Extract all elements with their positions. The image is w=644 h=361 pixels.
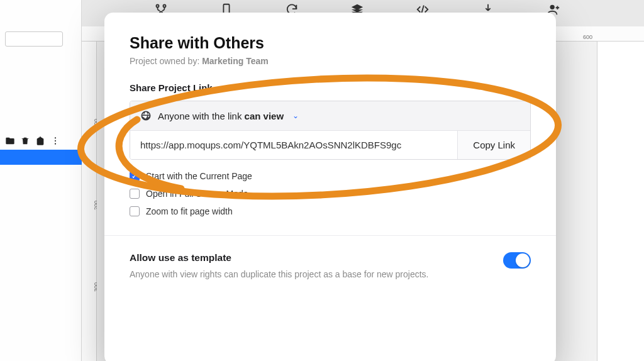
sidebar-field[interactable] (5, 31, 63, 47)
owner-prefix: Project owned by: (130, 56, 202, 66)
opt-zoom-fit[interactable]: Zoom to fit page width (130, 206, 531, 216)
divider (104, 235, 556, 236)
url-row: Copy Link (130, 131, 530, 159)
svg-point-4 (163, 4, 165, 7)
svg-point-2 (55, 143, 56, 145)
more-icon[interactable] (50, 136, 60, 148)
folder-icon[interactable] (5, 136, 15, 148)
left-sidebar (0, 0, 82, 361)
ruler-left: 100 200 300 (82, 42, 97, 361)
sidebar-selected-item[interactable] (0, 150, 82, 165)
opt-fullscreen[interactable]: Open in Full Screen Mode (130, 189, 531, 199)
link-box: Anyone with the link can view ⌄ Copy Lin… (130, 101, 531, 160)
paste-icon[interactable] (35, 136, 45, 148)
svg-point-7 (550, 5, 555, 9)
trash-icon[interactable] (20, 136, 30, 148)
checkbox-icon (130, 189, 140, 199)
access-dropdown[interactable]: Anyone with the link can view ⌄ (130, 101, 530, 131)
owner-line: Project owned by: Marketing Team (130, 56, 531, 66)
share-modal: Share with Others Project owned by: Mark… (104, 13, 556, 361)
template-toggle[interactable] (503, 252, 531, 269)
svg-point-1 (55, 140, 56, 142)
template-section: Allow use as template Anyone with view r… (130, 252, 531, 281)
svg-point-3 (156, 4, 158, 7)
opt-label: Open in Full Screen Mode (146, 189, 248, 199)
opt-label: Zoom to fit page width (146, 206, 233, 216)
canvas-right-panel (597, 42, 644, 361)
share-link-label: Share Project Link (130, 82, 531, 93)
copy-link-button[interactable]: Copy Link (457, 131, 530, 159)
sidebar-icon-row (5, 136, 60, 148)
options-checklist: Start with the Current Page Open in Full… (130, 171, 531, 216)
template-title: Allow use as template (130, 252, 428, 264)
opt-label: Start with the Current Page (146, 171, 252, 181)
template-desc: Anyone with view rights can duplicate th… (130, 269, 428, 281)
globe-icon (140, 110, 152, 121)
checkbox-icon (130, 206, 140, 216)
owner-name: Marketing Team (202, 56, 269, 66)
checkbox-icon (130, 171, 140, 181)
opt-start-current[interactable]: Start with the Current Page (130, 171, 531, 181)
ruler-tick: 600 (583, 34, 592, 40)
access-text: Anyone with the link can view (158, 111, 284, 121)
modal-title: Share with Others (130, 34, 531, 52)
share-url-input[interactable] (130, 131, 457, 159)
svg-point-0 (55, 137, 56, 138)
chevron-down-icon: ⌄ (292, 111, 299, 120)
